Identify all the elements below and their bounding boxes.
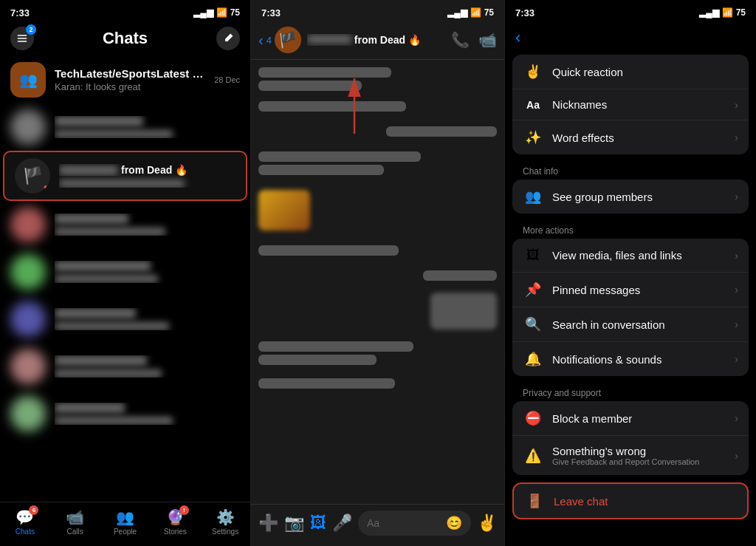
settings-item-block[interactable]: ⛔ Block a member › <box>512 401 749 436</box>
gallery-button[interactable]: 🖼 <box>310 513 326 533</box>
signal-icon: ▂▄▆ <box>193 7 213 18</box>
settings-item-report[interactable]: ⚠️ Something's wrong Give Feedback and R… <box>512 436 749 475</box>
status-icons-right: ▂▄▆ 📶 75 <box>699 7 746 18</box>
chat-meta-techlatest: 28 Dec <box>214 75 240 84</box>
chat-list: 👥 TechLatest/eSportsLatest Team Karan: I… <box>0 56 250 502</box>
input-placeholder: Aa <box>367 517 440 529</box>
camera-button[interactable]: 📷 <box>284 513 304 533</box>
image-preview <box>258 190 310 231</box>
pinned-icon: 📌 <box>523 281 543 298</box>
arrow-annotation <box>332 71 377 140</box>
message-4 <box>258 151 497 175</box>
settings-item-quick-reaction[interactable]: ✌️ Quick reaction <box>512 55 749 89</box>
message-5 <box>258 245 497 256</box>
quick-reaction-label: Quick reaction <box>552 66 738 78</box>
chat-preview-blurred6 <box>55 417 173 425</box>
chat-item-blurred2[interactable] <box>0 201 250 248</box>
report-content: Something's wrong Give Feedback and Repo… <box>552 445 735 466</box>
image-right <box>430 293 497 330</box>
nav-calls[interactable]: 📹 Calls <box>50 508 100 536</box>
wifi-icon-right: 📶 <box>722 7 733 18</box>
settings-item-leave-chat[interactable]: 🚪 Leave chat <box>514 484 747 518</box>
nav-stories[interactable]: 🔮 ! Stories <box>150 508 200 536</box>
report-subtitle: Give Feedback and Report Conversation <box>552 457 735 466</box>
chat-preview-blurred2 <box>55 228 165 236</box>
nicknames-label: Nicknames <box>552 98 735 111</box>
time-right: 7:33 <box>515 7 535 18</box>
status-bar-mid: 7:33 ▂▄▆ 📶 75 <box>251 0 504 24</box>
settings-item-group-members[interactable]: 👥 See group members › <box>512 180 749 214</box>
compose-button[interactable] <box>216 27 240 50</box>
settings-item-search[interactable]: 🔍 Search in conversation › <box>512 307 749 342</box>
nav-chats[interactable]: 💬 6 Chats <box>0 508 50 536</box>
search-label: Search in conversation <box>552 318 735 331</box>
chat-item-blurred1[interactable] <box>0 103 250 151</box>
chat-item-blurred6[interactable] <box>0 390 250 437</box>
chat-actions: 📞 📹 <box>451 31 497 49</box>
settings-item-nicknames[interactable]: Aa Nicknames › <box>512 89 749 120</box>
group-members-label: See group members <box>552 191 735 203</box>
settings-item-notifications[interactable]: 🔔 Notifications & sounds › <box>512 342 749 376</box>
right-back-button[interactable]: ‹ <box>515 28 520 47</box>
report-icon: ⚠️ <box>523 448 543 464</box>
status-icons-mid: ▂▄▆ 📶 75 <box>447 7 494 18</box>
chat-item-blurred3[interactable] <box>0 248 250 296</box>
chat-item-techlatest[interactable]: 👥 TechLatest/eSportsLatest Team Karan: I… <box>0 56 250 103</box>
chat-preview-blurred5 <box>55 369 162 378</box>
section-label-more-actions: More actions <box>512 221 749 239</box>
messages-area <box>251 60 504 504</box>
search-icon: 🔍 <box>523 316 543 332</box>
add-button[interactable]: ➕ <box>258 513 278 533</box>
message-6 <box>423 270 497 281</box>
video-call-button[interactable]: 📹 <box>478 31 497 49</box>
chat-content-blurred4 <box>55 308 240 330</box>
section-label-privacy: Privacy and support <box>512 383 749 401</box>
message-2 <box>258 101 497 112</box>
back-button[interactable]: ‹ <box>258 32 264 49</box>
mic-button[interactable]: 🎤 <box>332 513 352 533</box>
block-label: Block a member <box>552 412 735 425</box>
chat-preview-fromdead <box>59 180 185 188</box>
chat-preview-techlatest: Karan: It looks great <box>55 81 208 92</box>
wifi-icon-mid: 📶 <box>470 7 481 18</box>
avatar-techlatest: 👥 <box>10 62 46 98</box>
nav-people[interactable]: 👥 People <box>100 508 151 536</box>
settings-item-pinned[interactable]: 📌 Pinned messages › <box>512 273 749 307</box>
battery-icon-mid: 75 <box>484 7 494 18</box>
chat-name-blurred4 <box>55 308 136 318</box>
avatar-fromdead: 🏴 📍 <box>15 158 50 194</box>
chat-item-blurred4[interactable] <box>0 296 250 343</box>
phone-call-button[interactable]: 📞 <box>451 31 470 49</box>
chats-nav-badge: 6 <box>29 505 38 515</box>
chat-item-fromdead[interactable]: 🏴 📍 from Dead 🔥 <box>3 151 247 201</box>
chat-item-blurred5[interactable] <box>0 343 250 390</box>
chat-avatar: 🏴 <box>275 27 301 53</box>
settings-item-view-media[interactable]: 🖼 View media, files and links › <box>512 239 749 273</box>
avatar-blurred4 <box>10 301 46 337</box>
svg-rect-0 <box>18 35 27 36</box>
menu-icon-button[interactable]: 2 <box>10 27 34 50</box>
view-media-chevron: › <box>735 250 738 262</box>
chat-view-panel: 7:33 ▂▄▆ 📶 75 ‹ 4 🏴 from Dead 🔥 📞 📹 <box>251 0 505 546</box>
message-input-field[interactable]: Aa 😊 <box>358 511 471 536</box>
chat-preview-blurred4 <box>55 322 169 330</box>
avatar-blurred3 <box>10 254 46 290</box>
nav-label-chats: Chats <box>16 528 35 536</box>
notifications-icon: 🔔 <box>523 351 543 367</box>
settings-card-top: ✌️ Quick reaction Aa Nicknames › ✨ Word … <box>512 55 749 154</box>
settings-item-word-effects[interactable]: ✨ Word effects › <box>512 120 749 154</box>
emoji-button[interactable]: 😊 <box>446 515 462 531</box>
message-1 <box>258 67 497 91</box>
block-icon: ⛔ <box>523 410 543 426</box>
chat-name-blurred1 <box>55 116 143 126</box>
battery-icon-right: 75 <box>736 7 746 18</box>
reaction-button[interactable]: ✌️ <box>477 513 497 533</box>
settings-panel: 7:33 ▂▄▆ 📶 75 ‹ ✌️ Quick reaction Aa Nic… <box>505 0 756 546</box>
people-nav-icon: 👥 <box>116 508 134 526</box>
nav-settings[interactable]: ⚙️ Settings <box>200 508 250 536</box>
settings-card-more-actions: 🖼 View media, files and links › 📌 Pinned… <box>512 239 749 376</box>
chat-name-fromdead: from Dead 🔥 <box>59 164 236 176</box>
chat-time-techlatest: 28 Dec <box>214 75 240 84</box>
chat-name-techlatest: TechLatest/eSportsLatest Team <box>55 67 208 80</box>
group-members-icon: 👥 <box>523 188 543 205</box>
